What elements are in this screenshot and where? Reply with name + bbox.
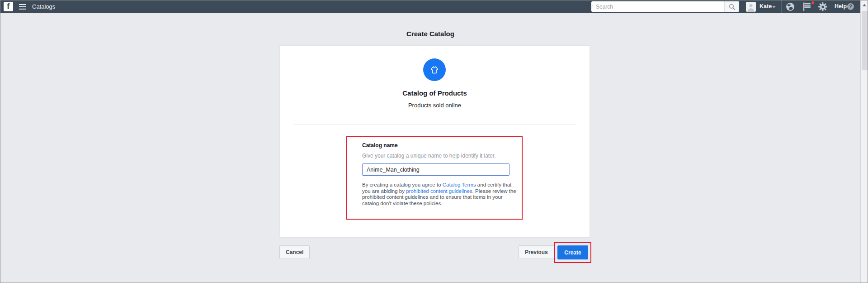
catalog-terms-link[interactable]: Catalog Terms: [443, 182, 476, 187]
catalog-type-title: Catalog of Products: [280, 89, 590, 97]
legal-text: By creating a catalog you agree to Catal…: [362, 182, 519, 206]
catalog-type-subtitle: Products sold online: [280, 102, 590, 109]
scrollbar-thumb[interactable]: [862, 11, 868, 70]
cancel-button[interactable]: Cancel: [279, 245, 310, 259]
search-icon: [729, 4, 735, 10]
navbar-divider: [16, 0, 16, 13]
facebook-f-icon: f: [7, 2, 9, 11]
navbar-divider: [832, 0, 832, 13]
settings-button[interactable]: [818, 2, 828, 12]
annotation-red-box-create: Create: [554, 242, 591, 263]
user-menu[interactable]: Kate: [760, 0, 772, 13]
tshirt-icon: [429, 64, 440, 76]
divider: [293, 125, 576, 125]
person-icon: [746, 2, 756, 12]
catalog-name-helper: Give your catalog a unique name to help …: [362, 153, 496, 159]
navbar-divider: [781, 0, 782, 13]
create-button[interactable]: Create: [557, 245, 588, 259]
search-box: [591, 1, 739, 12]
search-button[interactable]: [724, 1, 739, 12]
notification-dot: [811, 1, 815, 5]
flag-icon: [802, 2, 812, 12]
gear-icon: [818, 2, 827, 11]
page-title: Create Catalog: [0, 30, 861, 38]
create-catalog-card: Catalog of Products Products sold online…: [279, 45, 590, 238]
catalog-name-input[interactable]: [362, 163, 509, 176]
vertical-scrollbar[interactable]: [860, 0, 868, 283]
previous-button[interactable]: Previous: [519, 245, 554, 259]
notifications-flag-button[interactable]: [802, 2, 812, 12]
navbar-title: Catalogs: [32, 0, 55, 13]
prohibited-content-guidelines-link[interactable]: prohibited content guidelines: [406, 188, 472, 194]
globe-button[interactable]: [785, 2, 795, 12]
top-navbar: f Catalogs Kate: [0, 0, 861, 13]
legal-text-part: By creating a catalog you agree to: [362, 182, 443, 187]
hamburger-menu-icon[interactable]: [19, 4, 26, 10]
globe-icon: [786, 2, 795, 11]
chevron-down-icon[interactable]: [772, 6, 776, 8]
search-input[interactable]: [591, 1, 724, 12]
annotation-red-box: [346, 136, 523, 220]
user-avatar[interactable]: [746, 2, 756, 12]
scrollbar-up-arrow-icon[interactable]: [863, 4, 866, 6]
catalog-name-label: Catalog name: [362, 142, 398, 149]
help-button[interactable]: Help: [835, 0, 847, 13]
create-catalog-screen: f Catalogs Kate: [0, 0, 868, 283]
question-mark-icon[interactable]: ?: [847, 3, 854, 10]
catalog-type-badge: [423, 58, 446, 81]
navbar-divider: [743, 0, 743, 13]
facebook-logo[interactable]: f: [4, 2, 13, 11]
